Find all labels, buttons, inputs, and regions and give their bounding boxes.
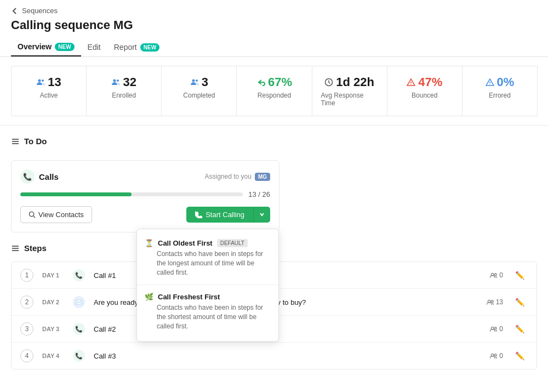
stat-enrolled: 32 Enrolled [86,66,162,116]
phone-icon: 📞 [20,169,35,184]
contacts-icon [490,326,497,333]
stats-row: 13 Active 32 Enrolled 3 Completed 67% Re… [0,57,548,126]
leaf-icon: 🌿 [145,293,153,301]
avatar-chip: MG [255,173,270,181]
svg-point-1 [42,79,44,82]
svg-point-2 [113,79,116,82]
progress-row: 13 / 26 [20,190,270,198]
stat-responded: 67% Responded [236,66,312,116]
svg-point-14 [29,212,33,216]
svg-point-8 [411,84,412,84]
back-icon [11,7,19,15]
tab-edit[interactable]: Edit [81,38,107,56]
dropdown-item-oldest-desc: Contacts who have been in steps for the … [145,249,271,277]
dropdown-item-freshest[interactable]: 🌿 Call Freshest First Contacts who have … [137,287,278,336]
start-calling-dropdown-menu: ⏳ Call Oldest First DEFAULT Contacts who… [136,229,279,342]
clock-icon [324,78,333,87]
svg-point-5 [196,79,198,82]
progress-bar-fill [20,192,132,196]
phone-icon-btn [195,211,202,218]
step-contacts: 0 [490,352,503,360]
step-number: 2 [20,296,33,309]
step-edit-button[interactable]: ✏️ [512,323,528,334]
contacts-icon [487,299,494,306]
step-name: Call #3 [94,352,481,360]
dropdown-item-freshest-desc: Contacts who have been in steps for the … [145,303,271,331]
start-calling-button[interactable]: Start Calling [186,207,253,223]
step-day: DAY 3 [42,326,64,332]
call-type-icon: 📞 [73,323,85,335]
contacts-icon [490,272,497,279]
steps-list-icon [11,244,20,253]
stat-bounced: 47% Bounced [387,66,463,116]
hourglass-icon: ⏳ [145,239,153,247]
todo-section: To Do [0,126,548,160]
tab-overview[interactable]: Overview NEW [11,38,81,56]
people-icon-active [36,78,45,87]
dropdown-divider [137,285,278,285]
people-icon-enrolled [111,78,120,87]
search-icon [28,211,36,218]
svg-point-0 [38,79,41,82]
step-edit-button[interactable]: ✏️ [512,270,528,281]
card-actions: View Contacts Start Calling [20,206,270,223]
view-contacts-button[interactable]: View Contacts [20,206,92,223]
svg-line-15 [33,216,35,218]
calls-card: 📞 Calls Assigned to you MG 13 / 26 View … [11,160,279,232]
svg-point-4 [192,79,195,82]
step-number: 3 [20,322,33,336]
dropdown-item-oldest[interactable]: ⏳ Call Oldest First DEFAULT Contacts who… [137,234,278,282]
chevron-down-icon [259,212,265,217]
step-contacts: 13 [487,298,503,306]
people-icon-completed [190,78,199,87]
list-icon [11,137,20,146]
tabs-bar: Overview NEW Edit Report NEW [0,38,548,57]
step-number: 4 [20,349,33,362]
svg-point-22 [491,300,493,302]
start-calling-dropdown-button[interactable] [253,207,270,223]
tab-report[interactable]: Report NEW [107,38,166,56]
start-calling-group: Start Calling [186,207,270,223]
assigned-label: Assigned to you MG [205,173,271,181]
step-edit-button[interactable]: ✏️ [512,297,528,308]
step-contacts: 0 [490,325,503,333]
table-row: 4 DAY 4 📞 Call #3 0 ✏️ [12,343,536,369]
stat-active-label: Active [40,92,58,99]
step-contacts: 0 [490,271,503,279]
stat-active: 13 Active [11,66,87,116]
stat-errored: 0% Errored [462,66,538,116]
call-type-icon: 📞 [73,269,85,281]
step-day: DAY 2 [42,299,64,305]
calls-card-header: 📞 Calls Assigned to you MG [20,169,270,184]
stat-avgtime: 1d 22h Avg Response Time [312,66,387,116]
svg-point-20 [495,273,497,275]
warning-icon-errored [486,78,494,87]
contacts-icon [490,353,497,360]
step-number: 1 [20,269,33,282]
stat-active-value: 13 [36,75,61,89]
tab-overview-badge: NEW [55,43,74,51]
reply-icon [256,78,265,87]
page-title: Calling sequence MG [0,17,548,38]
svg-point-3 [117,79,119,82]
default-badge: DEFAULT [217,239,248,247]
stat-completed: 3 Completed [161,66,237,116]
todo-title: To Do [11,137,537,146]
progress-text: 13 / 26 [248,190,270,198]
call-type-icon: 📞 [73,350,85,362]
svg-point-10 [489,84,490,84]
step-day: DAY 4 [42,353,64,359]
step-day: DAY 1 [42,272,64,279]
breadcrumb[interactable]: Sequences [0,0,548,17]
svg-point-24 [495,327,497,329]
svg-point-26 [495,354,497,356]
calls-card-title: 📞 Calls [20,169,59,184]
email-type-icon: ✉️ [73,296,85,308]
progress-bar-background [20,192,243,196]
tab-report-badge: NEW [140,43,159,52]
step-edit-button[interactable]: ✏️ [512,350,528,361]
warning-icon-bounced [407,78,415,87]
